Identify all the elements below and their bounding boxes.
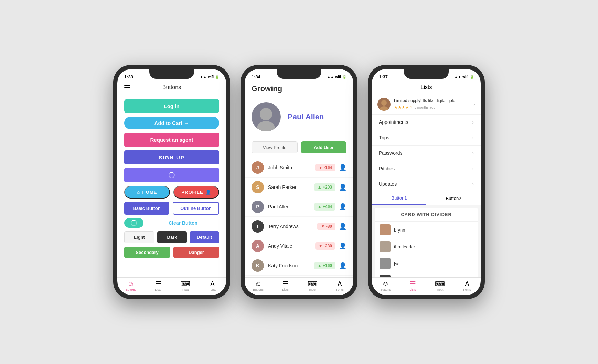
tab-lists[interactable]: ☰ Lists (145, 280, 172, 291)
tab-input[interactable]: ⌨ Input (172, 280, 199, 291)
spinner-icon (169, 172, 175, 178)
contact-icon-andy[interactable]: 👤 (339, 242, 346, 250)
outline-button[interactable]: Outline Button (173, 202, 219, 215)
svg-point-5 (381, 232, 389, 235)
tab-fonts[interactable]: A Fonts (199, 280, 226, 291)
view-profile-button[interactable]: View Profile (252, 141, 298, 153)
review-bar[interactable]: Limited supply! Its like digital gold! ★… (372, 94, 481, 115)
user-avatar-sarah: S (252, 181, 264, 193)
secondary-danger-row: Secondary Danger (124, 247, 219, 258)
user-name-terry: Terry Andrews (268, 224, 317, 229)
list-chevron-updates: › (472, 181, 474, 187)
review-text: Limited supply! Its like digital gold! ★… (394, 98, 473, 110)
status-icons-3: ▲▲ wifi 🔋 (455, 75, 474, 79)
tab2-input-icon: ⌨ (308, 280, 318, 287)
contact-icon-paul[interactable]: 👤 (339, 203, 346, 211)
secondary-button[interactable]: Secondary (124, 247, 170, 258)
tab3-lists-icon: ☰ (410, 280, 416, 287)
light-button[interactable]: Light (124, 231, 154, 243)
card-avatar-brynn (380, 224, 391, 235)
phone-growing: 1:34 ▲▲ wifi 🔋 Growing (241, 65, 357, 299)
login-button[interactable]: Log in (124, 99, 219, 113)
svg-point-9 (381, 265, 389, 269)
card-item-thot[interactable]: thot leader (375, 238, 478, 255)
tab3-fonts-label: Fonts (463, 288, 471, 291)
tab3-buttons[interactable]: ☺ Buttons (372, 280, 399, 291)
svg-point-0 (260, 108, 272, 120)
phone3-title: Lists (421, 84, 432, 90)
contact-icon-sarah[interactable]: 👤 (339, 183, 346, 191)
list-chevron-passwords: › (472, 150, 474, 156)
contact-icon-terry[interactable]: 👤 (339, 223, 346, 230)
review-chevron-icon: › (473, 101, 475, 107)
add-to-cart-button[interactable]: Add to Cart → (124, 117, 219, 129)
card-tab-button2[interactable]: Button2 (426, 192, 481, 205)
user-avatar-johh: J (252, 161, 264, 174)
toggle-button[interactable] (124, 218, 143, 228)
card-name-jsa: jsa (394, 261, 400, 266)
add-user-button[interactable]: Add User (301, 141, 346, 153)
user-score-terry: ▼ -80 (317, 223, 335, 230)
user-score-andy: ▼ -230 (315, 242, 335, 250)
card-section: CARD WITH DIVIDER brynn thot leader (372, 205, 481, 277)
tab2-fonts[interactable]: A Fonts (326, 280, 353, 291)
list-row-passwords[interactable]: Passwords › (372, 146, 481, 161)
request-agent-button[interactable]: Request an agent (124, 133, 219, 147)
tab2-buttons[interactable]: ☺ Buttons (245, 280, 272, 291)
tab3-buttons-label: Buttons (380, 288, 391, 291)
notch-1 (149, 69, 194, 79)
list-label-passwords: Passwords (379, 150, 402, 156)
svg-point-7 (381, 248, 389, 252)
input-tab-icon: ⌨ (180, 280, 190, 287)
tab2-fonts-label: Fonts (336, 288, 344, 291)
signup-button[interactable]: SIGN UP (124, 150, 219, 164)
contact-icon-johh[interactable]: 👤 (339, 164, 346, 171)
basic-outline-row: Basic Button Outline Button (124, 202, 219, 215)
tab-bar-1: ☺ Buttons ☰ Lists ⌨ Input A Fonts (117, 277, 226, 295)
clear-button[interactable]: Clear Button (147, 220, 219, 226)
tab-bar-2: ☺ Buttons ☰ Lists ⌨ Input A Fonts (245, 277, 353, 295)
list-row-pitches[interactable]: Pitches › (372, 161, 481, 176)
basic-button[interactable]: Basic Button (124, 202, 169, 215)
contact-icon-katy[interactable]: 👤 (339, 262, 346, 269)
hamburger-icon[interactable] (124, 85, 130, 89)
danger-button[interactable]: Danger (173, 247, 219, 258)
svg-point-6 (383, 243, 387, 248)
card-item-talha[interactable]: talhaconcepts (375, 272, 478, 277)
default-button[interactable]: Default (190, 231, 219, 243)
card-with-divider: CARD WITH DIVIDER brynn thot leader (375, 208, 478, 277)
card-item-jsa[interactable]: jsa (375, 255, 478, 272)
tab-buttons[interactable]: ☺ Buttons (117, 280, 145, 291)
user-score-sarah: ▲ +203 (314, 183, 335, 191)
profile-actions: View Profile Add User (245, 137, 353, 158)
list-label-appointments: Appointments (379, 119, 408, 125)
list-row-appointments[interactable]: Appointments › (372, 115, 481, 130)
tab3-lists[interactable]: ☰ Lists (399, 280, 426, 291)
notch-2 (277, 69, 321, 79)
card-name-brynn: brynn (394, 227, 405, 233)
status-icons-2: ▲▲ wifi 🔋 (327, 75, 346, 79)
tab2-lists-label: Lists (282, 288, 289, 291)
user-name-johh: Johh Smith (268, 165, 315, 170)
list-row-updates[interactable]: Updates › (372, 176, 481, 192)
tab2-input[interactable]: ⌨ Input (299, 280, 326, 291)
phone1-header: Buttons (117, 82, 226, 94)
time-1: 1:33 (124, 74, 133, 79)
notch-3 (404, 69, 449, 79)
tab-fonts-label: Fonts (209, 288, 216, 291)
app-name: Growing (252, 84, 346, 93)
home-button[interactable]: ⌂ HOME (124, 186, 170, 199)
review-stars: ★★★★☆ (394, 105, 413, 110)
card-item-brynn[interactable]: brynn (375, 222, 478, 238)
tab3-buttons-icon: ☺ (382, 280, 389, 287)
profile-button[interactable]: PROFILE 👤 (173, 186, 219, 199)
list-row-trips[interactable]: Trips › (372, 130, 481, 146)
dark-button[interactable]: Dark (157, 231, 187, 243)
review-avatar (377, 98, 391, 111)
tab3-fonts-icon: A (465, 280, 469, 287)
loading-button[interactable] (124, 168, 219, 182)
tab2-lists[interactable]: ☰ Lists (272, 280, 299, 291)
tab3-input[interactable]: ⌨ Input (426, 280, 453, 291)
card-tab-button1[interactable]: Button1 (372, 192, 426, 205)
tab3-fonts[interactable]: A Fonts (453, 280, 481, 291)
